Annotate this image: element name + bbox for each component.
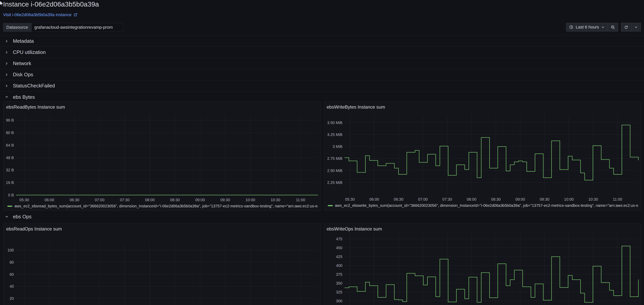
x-axis-label: 07:00 xyxy=(95,198,104,202)
x-axis-label: 09:30 xyxy=(540,197,549,201)
x-axis-label: 08:00 xyxy=(145,198,154,202)
section-label: CPU utilization xyxy=(13,49,46,55)
y-axis-label: 48 B xyxy=(6,156,14,160)
x-axis-label: 08:30 xyxy=(491,197,500,201)
y-axis-label: 64 B xyxy=(6,143,14,147)
ebswriteops-chart[interactable]: 300325350375400425450475 xyxy=(324,223,641,305)
page-title: Instance i-06e2d06a3b5b0a39a xyxy=(3,1,99,8)
clock-icon xyxy=(569,25,573,29)
x-axis-label: 07:30 xyxy=(442,197,452,201)
section-list: Metadata CPU utilization Network Disk Op… xyxy=(0,36,644,103)
y-axis-label: 32 B xyxy=(6,168,14,172)
series-line xyxy=(345,125,638,180)
refresh-icon xyxy=(624,25,628,30)
y-axis-label: 325 xyxy=(336,290,342,294)
y-axis-label: 16 B xyxy=(6,180,14,185)
external-link-icon xyxy=(73,13,78,17)
x-axis-label: 05:30 xyxy=(345,197,355,201)
section-label: ebs Ops xyxy=(13,214,32,220)
ebsreadops-chart[interactable]: 20406080100 xyxy=(4,223,321,305)
y-axis-label: 20 xyxy=(10,296,14,300)
series-line xyxy=(345,246,638,302)
x-axis-label: 10:00 xyxy=(564,197,574,201)
ebswritebytes-chart[interactable]: 2.25 MiB2.50 MiB2.75 MiB3 MiB3.25 MiB3.5… xyxy=(324,102,641,210)
y-axis-label: 3.25 MiB xyxy=(327,132,342,137)
legend: aws_ec2_ebsread_bytes_sum{account_id="36… xyxy=(7,204,318,208)
section-label: Metadata xyxy=(13,38,34,44)
chevron-down-icon xyxy=(634,26,638,29)
x-axis-label: 09:00 xyxy=(516,197,525,201)
panel-title[interactable]: ebsReadOps Instance sum xyxy=(6,226,62,232)
refresh-interval-button[interactable] xyxy=(631,23,641,31)
y-axis-label: 80 xyxy=(10,260,14,264)
x-axis-label: 07:30 xyxy=(120,198,130,202)
y-axis-label: 40 xyxy=(10,284,14,288)
section-cpu-utilization[interactable]: CPU utilization xyxy=(0,47,644,58)
refresh-button[interactable] xyxy=(621,23,631,31)
ebsreadbytes-chart[interactable]: 0 B16 B32 B48 B64 B80 B96 B05:3006:0006:… xyxy=(4,102,321,210)
x-axis-label: 10:30 xyxy=(270,198,280,202)
x-axis-label: 10:00 xyxy=(246,198,255,202)
legend-series-label[interactable]: aws_ec2_ebsread_bytes_sum{account_id="36… xyxy=(14,204,318,208)
x-axis-label: 06:30 xyxy=(70,198,79,202)
time-range-button[interactable]: Last 6 hours xyxy=(566,23,608,31)
y-axis-label: 96 B xyxy=(6,118,14,122)
time-range-label: Last 6 hours xyxy=(576,25,599,30)
x-axis-label: 06:00 xyxy=(44,198,54,202)
y-axis-label: 60 xyxy=(10,272,14,276)
panel-ebsreadops: 20406080100 ebsReadOps Instance sum xyxy=(3,223,321,305)
x-axis-label: 09:30 xyxy=(220,198,230,202)
x-axis-label: 08:30 xyxy=(170,198,180,202)
legend-series-label[interactable]: aws_ec2_ebswrite_bytes_sum{account_id="3… xyxy=(335,203,638,208)
x-axis-label: 05:30 xyxy=(20,198,29,202)
section-disk-ops[interactable]: Disk Ops xyxy=(0,69,644,80)
x-axis-label: 09:00 xyxy=(195,198,205,202)
instance-link[interactable]: Visit i-06e2d06a3b5b0a39a instance xyxy=(3,12,78,17)
datasource-value: grafanacloud-awsintegrationrevamp-prom xyxy=(34,25,113,30)
y-axis-label: 80 B xyxy=(6,131,14,135)
chevron-down-icon xyxy=(116,26,120,29)
y-axis-label: 300 xyxy=(336,299,342,303)
section-statuscheckfailed[interactable]: StatusCheckFailed xyxy=(0,80,644,92)
section-label: Network xyxy=(13,61,31,67)
x-axis-label: 07:00 xyxy=(418,197,428,201)
x-axis-label: 06:00 xyxy=(369,197,379,201)
section-ebs-ops[interactable]: ebs Ops xyxy=(0,210,644,223)
refresh-controls xyxy=(621,23,641,32)
y-axis-label: 2.75 MiB xyxy=(327,156,342,161)
x-axis-label: 06:30 xyxy=(394,197,404,201)
y-axis-label: 3 MiB xyxy=(332,144,342,149)
section-label: ebs Bytes xyxy=(13,94,35,100)
section-ebs-bytes[interactable]: ebs Bytes xyxy=(0,92,644,103)
datasource-label: Datasource xyxy=(3,23,31,32)
x-axis-label: 11:00 xyxy=(296,198,305,202)
y-axis-label: 0 B xyxy=(8,193,14,197)
x-axis-label: 11:00 xyxy=(613,197,622,201)
legend: aws_ec2_ebswrite_bytes_sum{account_id="3… xyxy=(328,203,638,208)
datasource-select[interactable]: grafanacloud-awsintegrationrevamp-prom xyxy=(31,23,123,32)
chevron-down-icon xyxy=(601,26,605,29)
y-axis-label: 425 xyxy=(336,254,342,259)
section-metadata[interactable]: Metadata xyxy=(0,36,644,47)
time-controls: Last 6 hours xyxy=(566,23,618,32)
x-axis-label: 08:00 xyxy=(467,197,476,201)
section-label: Disk Ops xyxy=(13,72,33,78)
section-label: StatusCheckFailed xyxy=(13,83,55,89)
y-axis-label: 475 xyxy=(336,237,342,241)
zoom-out-icon xyxy=(611,25,615,30)
panel-ebsreadbytes: 0 B16 B32 B48 B64 B80 B96 B05:3006:0006:… xyxy=(3,102,321,210)
panel-title[interactable]: ebsReadBytes Instance sum xyxy=(6,104,65,110)
instance-link-label: Visit i-06e2d06a3b5b0a39a instance xyxy=(3,12,72,17)
chevron-down-icon xyxy=(5,215,9,219)
panel-title[interactable]: ebsWriteBytes Instance sum xyxy=(326,104,385,110)
chevron-right-icon xyxy=(5,39,9,43)
y-axis-label: 2.50 MiB xyxy=(327,168,342,173)
section-network[interactable]: Network xyxy=(0,58,644,69)
x-axis-label: 10:30 xyxy=(588,197,598,201)
chevron-right-icon xyxy=(5,73,9,77)
chevron-down-icon xyxy=(5,95,9,99)
datasource-control: Datasource grafanacloud-awsintegrationre… xyxy=(3,23,123,32)
panel-title[interactable]: ebsWriteOps Instance sum xyxy=(326,226,382,232)
panel-ebswritebytes: 2.25 MiB2.50 MiB2.75 MiB3 MiB3.25 MiB3.5… xyxy=(324,102,641,210)
zoom-out-button[interactable] xyxy=(608,23,618,31)
